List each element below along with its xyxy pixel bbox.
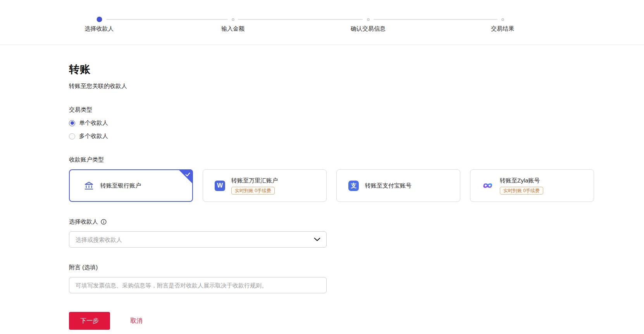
alipay-icon: 支 bbox=[348, 181, 359, 191]
stepper-connector bbox=[238, 19, 363, 20]
step-dot-idle bbox=[501, 18, 504, 21]
card-bank-account[interactable]: 转账至银行账户 bbox=[69, 169, 193, 202]
step-select-payee[interactable]: 选择收款人 bbox=[85, 17, 114, 33]
step-dot-active bbox=[96, 17, 102, 22]
instant-zero-fee-badge: 实时到账 0手续费 bbox=[231, 187, 275, 195]
card-title: 转账至银行账户 bbox=[100, 182, 141, 189]
worldfirst-icon: W bbox=[215, 181, 225, 191]
card-worldfirst-account[interactable]: W 转账至万里汇账户 实时到账 0手续费 bbox=[203, 169, 327, 202]
bank-icon bbox=[84, 181, 94, 191]
step-result[interactable]: 交易结果 bbox=[491, 17, 514, 33]
info-icon[interactable] bbox=[101, 219, 107, 225]
transaction-type-label: 交易类型 bbox=[69, 106, 644, 114]
page-title: 转账 bbox=[69, 62, 644, 76]
step-label: 输入金额 bbox=[221, 25, 245, 33]
step-label: 选择收款人 bbox=[85, 25, 114, 33]
next-button[interactable]: 下一步 bbox=[69, 312, 110, 330]
radio-label: 多个收款人 bbox=[79, 133, 108, 140]
form-actions: 下一步 取消 bbox=[69, 312, 644, 330]
step-dot-idle bbox=[232, 18, 234, 21]
account-type-cards: 转账至银行账户 W 转账至万里汇账户 实时到账 0手续费 支 转账至支付宝账号 bbox=[69, 169, 644, 202]
zyla-icon bbox=[482, 181, 494, 190]
stepper-connector bbox=[374, 19, 498, 20]
step-enter-amount[interactable]: 输入金额 bbox=[221, 17, 245, 33]
card-title: 转账至支付宝账号 bbox=[365, 182, 412, 189]
page-subtitle: 转账至您关联的收款人 bbox=[69, 83, 644, 90]
radio-unchecked-icon bbox=[69, 133, 75, 139]
account-type-label: 收款账户类型 bbox=[69, 156, 644, 164]
radio-label: 单个收款人 bbox=[79, 119, 108, 127]
card-title: 转账至万里汇账户 bbox=[231, 177, 278, 184]
transfer-form: 转账 转账至您关联的收款人 交易类型 单个收款人 多个收款人 收款账户类型 bbox=[0, 45, 644, 330]
payee-label: 选择收款人 bbox=[69, 218, 98, 226]
radio-multiple-payees[interactable]: 多个收款人 bbox=[69, 133, 644, 140]
stepper-header: 选择收款人 输入金额 确认交易信息 交易结果 bbox=[0, 0, 644, 45]
cancel-button[interactable]: 取消 bbox=[130, 317, 143, 325]
memo-label: 附言 (选填) bbox=[69, 264, 644, 271]
stepper-connector bbox=[106, 19, 228, 20]
step-dot-idle bbox=[367, 18, 370, 21]
payee-label-row: 选择收款人 bbox=[69, 218, 644, 226]
check-icon bbox=[185, 172, 190, 177]
instant-zero-fee-badge: 实时到账 0手续费 bbox=[500, 187, 543, 195]
selected-corner bbox=[178, 169, 193, 184]
card-alipay-account[interactable]: 支 转账至支付宝账号 bbox=[336, 169, 460, 202]
payee-select-input[interactable] bbox=[69, 231, 327, 248]
memo-input[interactable] bbox=[69, 277, 327, 293]
card-zyla-account[interactable]: 转账至Zyla账号 实时到账 0手续费 bbox=[470, 169, 594, 202]
step-confirm-info[interactable]: 确认交易信息 bbox=[351, 17, 386, 33]
radio-checked-icon bbox=[69, 120, 75, 126]
step-label: 确认交易信息 bbox=[351, 25, 386, 33]
step-label: 交易结果 bbox=[491, 25, 514, 33]
card-title: 转账至Zyla账号 bbox=[500, 177, 543, 184]
payee-select[interactable] bbox=[69, 231, 327, 248]
radio-single-payee[interactable]: 单个收款人 bbox=[69, 119, 644, 127]
